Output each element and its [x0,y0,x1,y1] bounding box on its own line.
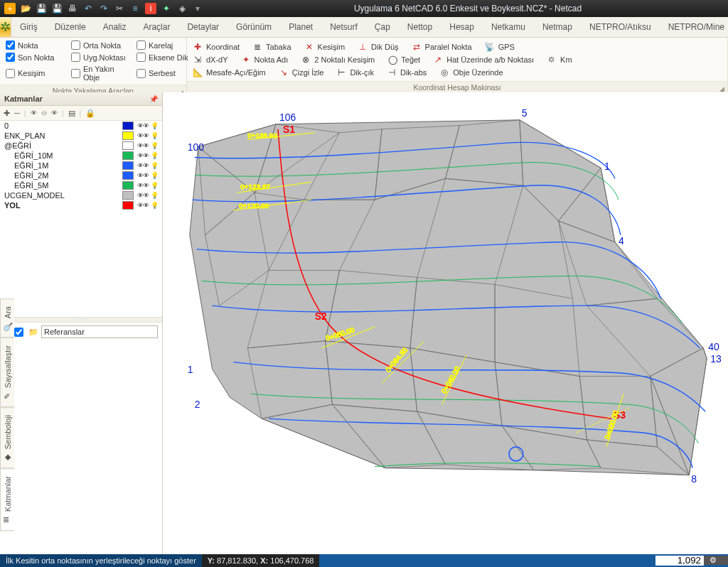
tool-km[interactable]: ⛭Km [547,55,572,65]
layer-lock-icon[interactable]: 🔒 [85,109,95,118]
tool-mesafe[interactable]: 📐Mesafe-Açı/Eğim [193,68,266,77]
tool-hat[interactable]: ↗Hat Üzerinde a/b Noktası [433,55,534,65]
qat-extra2-icon[interactable]: ◈ [176,3,188,14]
tool-dxdy[interactable]: ⇲dX-dY [193,55,228,65]
menu-duzenle[interactable]: Düzenle [46,17,95,37]
layer-color-swatch[interactable] [122,151,134,160]
layer-row[interactable]: EĞRİ_2M👁👁💡 [0,171,162,180]
sidetab-sayisallastir[interactable]: ✎Sayısallaştır [0,338,14,407]
layer-freeze-icon[interactable]: 💡 [149,132,159,139]
qat-info-icon[interactable]: i [145,3,156,14]
menu-hesap[interactable]: Hesap [441,17,483,37]
qat-saveall-icon[interactable]: 💾 [51,3,63,14]
menu-gorunum[interactable]: Görünüm [228,17,280,37]
tool-obje[interactable]: ◎Obje Üzerinde [439,68,503,77]
layer-visibility-icon[interactable]: 👁👁 [136,202,149,209]
layer-freeze-icon[interactable]: 💡 [149,122,159,129]
sidetab-katmanlar[interactable]: ≣Katmanlar [0,468,14,531]
qat-print-icon[interactable]: 🖶 [67,3,78,14]
layer-row[interactable]: UCGEN_MODEL👁👁💡 [0,190,162,200]
references-checkbox[interactable] [14,328,23,337]
menu-netsurf[interactable]: Netsurf [321,17,366,37]
tool-dikcik[interactable]: ⊢Dik-çık [336,68,374,77]
references-label[interactable]: Referanslar [41,325,158,338]
qat-cut-icon[interactable]: ✂ [114,3,125,14]
tool-gps[interactable]: 📡GPS [485,42,515,52]
layer-color-swatch[interactable] [122,161,134,170]
layer-visibility-icon[interactable]: 👁👁 [136,152,149,159]
layer-hideall-icon[interactable]: ⦵ [41,109,47,117]
layer-visibility-icon[interactable]: 👁👁 [136,172,149,179]
layer-color-swatch[interactable] [122,201,134,210]
qat-save-icon[interactable]: 💾 [36,3,47,14]
menu-netkamu[interactable]: Netkamu [483,17,534,37]
layer-visibility-icon[interactable]: 👁👁 [136,162,149,169]
layer-visibility-icon[interactable]: 👁👁 [136,132,149,139]
menu-netpro-mine[interactable]: NETPRO/Mine [660,17,728,37]
qat-list-icon[interactable]: ≡ [129,3,141,14]
snap-serbest[interactable]: Serbest [136,65,192,82]
snap-uyg[interactable]: Uyg.Noktası [71,53,127,62]
app-button[interactable]: ✲ [0,17,11,37]
layer-row[interactable]: 0👁👁💡 [0,121,162,131]
layer-remove-icon[interactable]: ─ [14,109,20,117]
layer-row[interactable]: EĞRİ_5M👁👁💡 [0,180,162,190]
qat-undo-icon[interactable]: ↶ [82,3,94,14]
snap-eksene[interactable]: Eksene Dik [136,53,192,62]
layer-visibility-icon[interactable]: 👁👁 [136,192,149,199]
layer-visibility-icon[interactable]: 👁👁 [136,122,149,129]
tool-dikdus[interactable]: ⊥Dik Düş [358,42,399,52]
layer-color-swatch[interactable] [122,141,134,150]
layer-props-icon[interactable]: ▤ [68,109,75,118]
drawing-canvas[interactable]: S1 S2 S3 0+138.92 0+123.67 0+120.00 0+08… [163,92,728,554]
menu-netmap[interactable]: Netmap [534,17,581,37]
tool-dikabs[interactable]: ⊣Dik-abs [387,68,427,77]
tool-kesisim[interactable]: ✕Kesişim [304,42,346,52]
snap-yakin[interactable]: En Yakın Obje [71,65,127,82]
qat-redo-icon[interactable]: ↷ [98,3,109,14]
layer-color-swatch[interactable] [122,181,134,190]
layer-freeze-icon[interactable]: 💡 [149,202,159,209]
layer-freeze-icon[interactable]: 💡 [149,192,159,199]
layer-visall-icon[interactable]: 👁 [31,109,37,117]
layer-visibility-icon[interactable]: 👁👁 [136,142,149,149]
qat-open-icon[interactable]: 📂 [20,3,31,14]
qat-new-icon[interactable]: ＋ [4,3,16,14]
pin-icon[interactable]: 📌 [149,95,158,103]
layer-row[interactable]: ENK_PLAN👁👁💡 [0,131,162,141]
tool-paralel[interactable]: ⇄Paralel Nokta [412,42,472,52]
layer-freeze-icon[interactable]: 💡 [149,152,159,159]
status-settings-icon[interactable]: ⚙ [704,556,728,565]
qat-extra1-icon[interactable]: ✦ [161,3,172,14]
menu-detaylar[interactable]: Detaylar [178,17,228,37]
tool-cizgi[interactable]: ↘Çizgi İzle [279,68,324,77]
tool-2noktali[interactable]: ⊗2 Noktalı Kesişim [301,55,375,65]
menu-analiz[interactable]: Analiz [95,17,135,37]
snap-orta[interactable]: Orta Nokta [71,40,127,50]
menu-araclar[interactable]: Araçlar [134,17,178,37]
layers-list[interactable]: 0👁👁💡ENK_PLAN👁👁💡@EĞRİ👁👁💡EĞRİ_10M👁👁💡EĞRİ_1… [0,121,162,210]
menu-planet[interactable]: Planet [280,17,321,37]
layer-freeze-icon[interactable]: 💡 [149,172,159,179]
layer-freeze-icon[interactable]: 💡 [149,162,159,169]
layer-color-swatch[interactable] [122,122,134,130]
panel-splitter[interactable]: ····· [0,317,162,323]
menu-nettop[interactable]: Nettop [399,17,441,37]
snap-nokta[interactable]: Nokta [6,40,61,50]
sidetab-semboloji[interactable]: ◆Semboloji [0,407,14,468]
layer-row[interactable]: YOL👁👁💡 [0,200,162,210]
menu-giris[interactable]: Giriş [11,17,46,37]
layer-row[interactable]: @EĞRİ👁👁💡 [0,141,162,151]
layer-row[interactable]: EĞRİ_1M👁👁💡 [0,161,162,171]
menu-netpro-atiksu[interactable]: NETPRO/Atıksu [581,17,660,37]
layer-freeze-icon[interactable]: 💡 [149,182,159,189]
tool-tabaka[interactable]: ≣Tabaka [252,42,291,52]
layer-isolate-icon[interactable]: 👁 [51,109,58,117]
layer-freeze-icon[interactable]: 💡 [149,142,159,149]
tool-noktaadi[interactable]: ✦Nokta Adı [241,55,289,65]
snap-kesisim[interactable]: Kesişim [6,65,61,82]
layer-color-swatch[interactable] [122,131,134,140]
qat-more-icon[interactable]: ▾ [192,3,203,14]
status-scale-input[interactable] [655,556,704,566]
layer-color-swatch[interactable] [122,171,134,180]
